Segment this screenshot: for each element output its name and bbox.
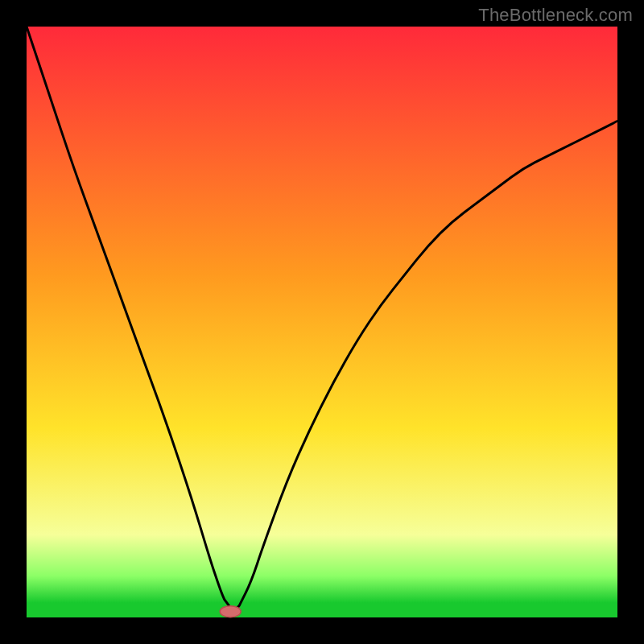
bottleneck-curve <box>27 27 617 612</box>
watermark-text: TheBottleneck.com <box>478 5 633 26</box>
curve-minimum-marker <box>220 606 241 617</box>
curve-layer <box>27 27 617 617</box>
chart-frame: TheBottleneck.com <box>0 0 644 644</box>
plot-area <box>27 27 617 617</box>
